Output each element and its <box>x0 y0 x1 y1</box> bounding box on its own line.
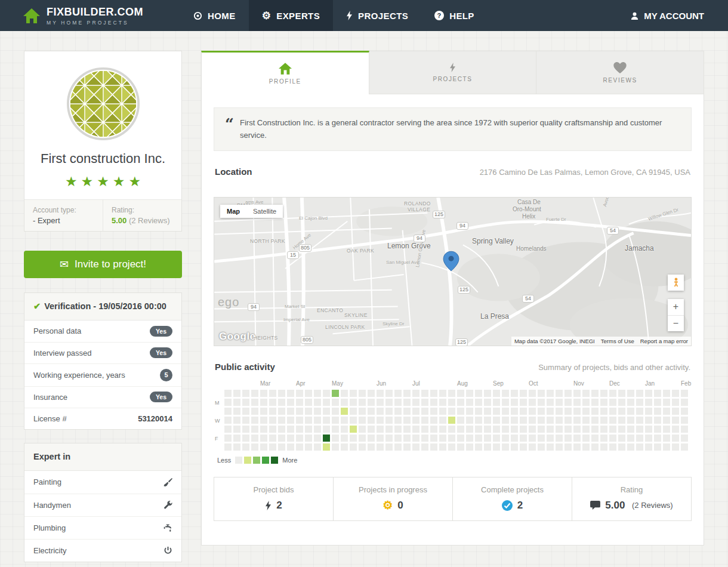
legend-swatch <box>235 457 242 464</box>
profile-meta: Account type: - Expert Rating: 5.00 (2 R… <box>24 199 181 231</box>
tab-projects[interactable]: PROJECTS <box>369 51 537 94</box>
heatmap-cell <box>305 417 312 424</box>
route-shield: 94 <box>248 303 260 311</box>
report-error-link[interactable]: Report a map error <box>640 338 688 344</box>
stat-number: 5.00 <box>605 500 625 511</box>
map-label: VILLAGE <box>408 207 430 212</box>
activity-heatmap: MarAprMayJunJulAugSepOctNovDecJanFeb MWF <box>215 380 689 453</box>
heatmap-cell <box>609 426 616 433</box>
account-type-cell: Account type: - Expert <box>24 200 103 231</box>
heatmap-cell <box>341 399 348 406</box>
heatmap-cell <box>332 408 339 415</box>
heatmap-cell <box>457 399 464 406</box>
map-label: Market St <box>285 304 305 309</box>
heatmap-cell <box>582 426 590 433</box>
invite-to-project-button[interactable]: ✉ Invite to project! <box>24 251 182 278</box>
heatmap-cell <box>502 390 509 397</box>
heatmap-cell <box>394 443 402 451</box>
heatmap-cell <box>618 408 625 415</box>
heatmap-cell <box>529 390 536 397</box>
heatmap-cell <box>233 443 240 451</box>
bolt-icon <box>346 11 353 20</box>
heatmap-cell <box>618 443 625 451</box>
heatmap-cell <box>672 408 679 415</box>
zoom-in-button[interactable]: + <box>668 299 684 315</box>
heatmap-cell <box>251 435 258 442</box>
heatmap-cell <box>672 390 679 397</box>
heatmap-cell <box>233 390 240 397</box>
heatmap-cell <box>457 426 464 433</box>
my-account-button[interactable]: MY ACCOUNT <box>630 11 704 21</box>
heatmap-cell <box>484 417 491 424</box>
skill-row-electricity: Electricity <box>24 539 181 562</box>
heatmap-cell <box>242 443 249 451</box>
heatmap-cell <box>681 399 688 406</box>
heatmap-cell <box>475 443 482 451</box>
route-shield: 94 <box>456 222 468 230</box>
heatmap-cell <box>556 426 563 433</box>
heatmap-cell <box>323 426 330 433</box>
terms-link[interactable]: Terms of Use <box>601 338 634 344</box>
heatmap-cell <box>377 417 384 424</box>
heatmap-cell <box>412 408 419 415</box>
day-label: W <box>215 418 220 424</box>
heatmap-cell <box>377 426 384 433</box>
tab-reviews[interactable]: REVIEWS <box>536 51 704 94</box>
heatmap-cell <box>645 443 652 451</box>
heatmap-cell <box>636 417 643 424</box>
house-logo-icon <box>23 8 41 24</box>
heatmap-cell <box>511 417 518 424</box>
tab-label: PROJECTS <box>433 76 472 82</box>
map[interactable]: ams AveRMALGHTSEl Cajon BlvdROLANDOVILLA… <box>214 197 692 346</box>
map-label: Casa De <box>517 199 541 205</box>
nav-item-help[interactable]: ?HELP <box>421 0 488 31</box>
heatmap-cell <box>260 399 267 406</box>
brand-logo[interactable]: FIXBUILDER.COM MY HOME PROJECTS <box>23 6 143 26</box>
map-label: El Cajon Blvd <box>299 215 328 221</box>
heatmap-cell <box>368 443 375 451</box>
tab-profile[interactable]: PROFILE <box>201 51 369 94</box>
heatmap-cell <box>591 435 599 442</box>
pegman-control[interactable] <box>668 275 684 291</box>
zoom-out-button[interactable]: − <box>668 315 684 331</box>
stat-value: 5.00 (2 Reviews) <box>578 500 685 511</box>
bolt-icon <box>265 501 272 510</box>
heatmap-cell <box>359 426 366 433</box>
map-type-map[interactable]: Map <box>220 205 246 218</box>
heatmap-cell <box>609 417 616 424</box>
nav-item-home[interactable]: HOME <box>180 0 249 31</box>
heatmap-cell <box>251 426 258 433</box>
map-label: Oro-Mount <box>513 206 541 212</box>
heatmap-cell <box>573 443 581 451</box>
heatmap-cell <box>645 417 652 424</box>
map-label: Jamacha <box>625 244 654 252</box>
quote-icon: “ <box>225 116 234 142</box>
heatmap-cell <box>556 408 563 415</box>
heatmap-cell <box>627 443 634 451</box>
heatmap-cell <box>242 399 249 406</box>
heatmap-cell <box>439 390 446 397</box>
heatmap-cell <box>269 390 276 397</box>
heatmap-cell <box>582 435 590 442</box>
nav-item-experts[interactable]: ⚙EXPERTS <box>249 0 333 31</box>
heatmap-cell <box>475 399 482 406</box>
heatmap-cell <box>520 408 527 415</box>
map-type-satellite[interactable]: Satellite <box>246 205 283 218</box>
heatmap-cell <box>430 399 437 406</box>
stat-extra: (2 Reviews) <box>630 501 673 510</box>
heatmap-cell <box>287 443 294 451</box>
company-logo <box>66 67 140 141</box>
heatmap-cell <box>493 443 500 451</box>
heatmap-cell <box>573 408 581 415</box>
heatmap-cell <box>582 408 590 415</box>
heatmap-cell <box>359 390 366 397</box>
route-shield: 125 <box>433 211 445 218</box>
heatmap-cell <box>421 443 428 451</box>
tab-label: PROFILE <box>269 78 301 85</box>
heatmap-cell <box>663 390 670 397</box>
star-icon: ★ <box>81 174 94 189</box>
location-address: 2176 Camino De Las Palmas, Lemon Grove, … <box>480 168 690 177</box>
nav-item-projects[interactable]: PROJECTS <box>333 0 421 31</box>
month-label: Sep <box>493 380 504 387</box>
legend-less-label: Less <box>217 457 231 464</box>
